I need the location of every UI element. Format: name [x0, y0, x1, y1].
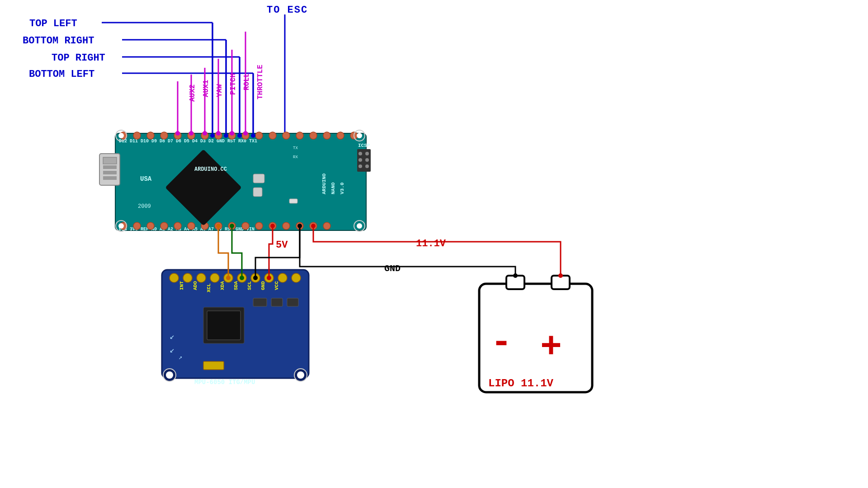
svg-text:D12 D11 D10  D9  D8  D7  D6  D: D12 D11 D10 D9 D8 D7 D6 D5 D4 D3 D2 GND …: [119, 139, 257, 144]
svg-text:ARDUINO: ARDUINO: [321, 173, 327, 194]
11v-label: 11.1V: [416, 238, 446, 249]
svg-point-81: [243, 131, 248, 136]
svg-point-110: [210, 273, 219, 282]
top-left-label: TOP LEFT: [29, 18, 77, 29]
svg-text:AUX2: AUX2: [189, 84, 197, 102]
svg-text:USA: USA: [140, 175, 152, 183]
bottom-left-label: BOTTOM LEFT: [29, 69, 94, 80]
svg-rect-70: [289, 199, 297, 203]
svg-point-107: [170, 273, 179, 282]
svg-point-109: [197, 273, 206, 282]
svg-text:XDA: XDA: [220, 281, 225, 290]
svg-point-45: [147, 222, 154, 230]
svg-point-143: [270, 224, 275, 228]
svg-text:ICSP: ICSP: [358, 143, 370, 148]
svg-point-103: [237, 133, 242, 138]
svg-point-39: [323, 132, 330, 139]
svg-point-52: [242, 222, 249, 230]
svg-text:SCL: SCL: [247, 281, 252, 290]
svg-rect-68: [253, 174, 264, 183]
svg-point-26: [147, 132, 154, 139]
svg-point-34: [255, 132, 263, 139]
svg-rect-130: [253, 298, 267, 306]
svg-point-154: [513, 273, 518, 278]
svg-point-27: [160, 132, 168, 139]
svg-text:VCC: VCC: [274, 281, 279, 290]
svg-point-153: [558, 273, 563, 278]
svg-text:YAW: YAW: [216, 84, 224, 97]
svg-text:+: +: [540, 327, 562, 368]
svg-point-96: [175, 131, 180, 136]
svg-point-144: [267, 276, 271, 280]
circuit-diagram: TO ESC TOP LEFT BOTTOM RIGHT TOP RIGHT B…: [0, 0, 868, 488]
svg-point-47: [174, 222, 181, 230]
svg-text:↙: ↙: [170, 332, 175, 341]
svg-point-22: [365, 164, 369, 168]
svg-rect-13: [103, 165, 117, 169]
svg-rect-131: [271, 298, 283, 306]
svg-point-58: [323, 222, 330, 230]
svg-text:ADO: ADO: [193, 281, 198, 290]
svg-rect-15: [103, 176, 117, 180]
svg-point-116: [292, 273, 301, 282]
svg-point-60: [118, 133, 124, 138]
svg-text:TX: TX: [293, 146, 298, 150]
svg-point-140: [226, 276, 231, 280]
svg-text:INT: INT: [179, 281, 184, 290]
svg-text:PITCH: PITCH: [229, 73, 237, 95]
svg-rect-69: [253, 188, 262, 197]
svg-point-40: [337, 132, 344, 139]
svg-point-37: [296, 132, 303, 139]
svg-rect-12: [103, 157, 117, 164]
svg-point-99: [210, 133, 215, 138]
svg-point-25: [133, 132, 141, 139]
svg-rect-132: [287, 298, 298, 306]
svg-text:SDA: SDA: [233, 281, 239, 290]
svg-text:2009: 2009: [138, 203, 151, 210]
5v-label: 5V: [276, 239, 288, 251]
svg-text:ROLL: ROLL: [243, 73, 251, 90]
svg-point-21: [359, 164, 362, 168]
svg-point-139: [216, 224, 221, 228]
to-esc-label: TO ESC: [267, 5, 308, 16]
svg-rect-14: [103, 171, 117, 174]
top-right-label: TOP RIGHT: [52, 52, 105, 64]
svg-point-20: [365, 158, 369, 162]
svg-point-101: [224, 133, 228, 138]
svg-text:GND: GND: [260, 281, 266, 290]
svg-text:↗: ↗: [179, 354, 182, 361]
svg-point-152: [311, 224, 316, 228]
svg-point-64: [118, 223, 124, 229]
svg-text:XCL: XCL: [206, 283, 212, 292]
svg-point-35: [269, 132, 276, 139]
svg-point-115: [278, 273, 287, 282]
svg-text:V3.0: V3.0: [340, 183, 345, 194]
svg-text:NANO: NANO: [330, 182, 336, 194]
lipo-label: LIPO 11.1V: [488, 377, 554, 389]
svg-point-62: [357, 133, 362, 138]
svg-text:↙: ↙: [170, 346, 175, 355]
svg-point-142: [240, 276, 244, 280]
svg-point-44: [133, 222, 141, 230]
svg-rect-10: [115, 133, 366, 230]
gnd-label: GND: [384, 263, 401, 274]
svg-text:THROTTLE: THROTTLE: [256, 65, 264, 99]
svg-point-146: [253, 276, 258, 280]
svg-point-135: [166, 371, 173, 379]
svg-point-48: [188, 222, 195, 230]
svg-point-93: [189, 131, 193, 136]
svg-point-38: [310, 132, 317, 139]
bottom-right-label: BOTTOM RIGHT: [23, 35, 94, 47]
svg-point-46: [160, 222, 168, 230]
svg-point-87: [216, 131, 221, 136]
svg-point-137: [297, 371, 304, 379]
svg-text:AUX1: AUX1: [202, 80, 210, 97]
svg-point-36: [283, 132, 290, 139]
svg-rect-126: [207, 311, 241, 340]
svg-point-55: [283, 222, 290, 230]
svg-text:ARDUINO.CC: ARDUINO.CC: [194, 166, 227, 173]
svg-point-19: [359, 158, 362, 162]
svg-point-18: [365, 152, 369, 155]
svg-point-105: [251, 133, 255, 138]
svg-point-108: [183, 273, 192, 282]
